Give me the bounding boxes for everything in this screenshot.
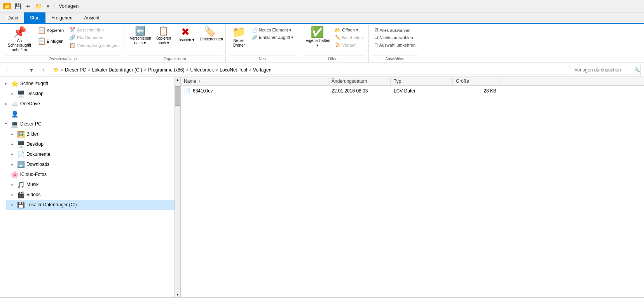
- file-size: 28 KB: [453, 87, 499, 95]
- path-loconet[interactable]: LocoNet-Tool: [220, 67, 247, 73]
- expand-arrow-downloads: ►: [9, 161, 16, 167]
- paste-shortcut-icon: 📋: [69, 42, 75, 48]
- save-icon[interactable]: 💾: [13, 2, 23, 10]
- sidebar-item-desktop[interactable]: ► 🖥️ Desktop: [6, 89, 175, 99]
- ribbon: 📌 An Schnellzugriffanheften 📋 Kopieren 📋…: [0, 24, 644, 63]
- new-element-button[interactable]: 📄 Neues Element ▾: [250, 27, 296, 33]
- expand-arrow-musik: ►: [9, 181, 16, 188]
- dokumente-icon: 📄: [17, 151, 25, 158]
- file-name-cell: 📄 63410.lcv: [181, 87, 328, 95]
- open-button[interactable]: 📂 Öffnen ▾: [333, 27, 365, 33]
- address-bar: ← → ▼ ↑ 📁 > Dieser PC > Lokaler Datenträ…: [0, 63, 644, 77]
- ribbon-group-open: ✅ Eigenschaften ▾ 📂 Öffnen ▾ ✏️ Bearbeit…: [299, 25, 368, 63]
- sidebar-item-musik[interactable]: ► 🎵 Musik: [6, 179, 175, 190]
- properties-button[interactable]: ✅ Eigenschaften ▾: [302, 25, 332, 49]
- easy-access-button[interactable]: 🔗 Einfacher Zugriff ▾: [250, 34, 296, 41]
- path-uhlenbrock[interactable]: Uhlenbrock: [190, 67, 214, 73]
- sidebar-item-videos[interactable]: ► 🎬 Videos: [6, 190, 175, 200]
- path-programme[interactable]: Programme (x86): [148, 67, 184, 73]
- copy-path-button[interactable]: 🔗 Pfad kopieren: [67, 34, 121, 41]
- tab-start[interactable]: Start: [24, 12, 45, 24]
- drive-icon: 💾: [17, 201, 25, 209]
- col-type-label: Typ: [394, 78, 401, 84]
- back-button[interactable]: ←: [3, 65, 13, 75]
- copy-icon: 📋: [37, 26, 46, 35]
- quick-save[interactable]: 💾 ↩ 📁 ▾: [13, 2, 51, 10]
- search-box[interactable]: 🔍: [571, 65, 641, 75]
- sidebar-label-downloads: Downloads: [26, 162, 49, 167]
- copy-path-label: Pfad kopieren: [77, 35, 103, 40]
- up-button[interactable]: ↑: [38, 65, 48, 75]
- paste-shortcut-label: Verknüpfung einfügen: [77, 43, 119, 48]
- select-none-button[interactable]: ☐ Nichts auswählen: [372, 34, 415, 41]
- history-button[interactable]: 📜 Verlauf: [333, 42, 365, 48]
- sidebar-item-schnellzugriff[interactable]: ► ⭐ Schnellzugriff: [0, 78, 175, 89]
- table-row[interactable]: 📄 63410.lcv 22.01.2016 08:03 LCV-Datei 2…: [181, 86, 644, 96]
- sidebar-label-musik: Musik: [26, 182, 38, 187]
- path-vorlagen[interactable]: Vorlagen: [253, 67, 271, 73]
- col-header-date[interactable]: Änderungsdatum: [328, 77, 391, 85]
- delete-icon: ✖: [181, 27, 190, 37]
- select-all-icon: ☑: [374, 28, 378, 33]
- col-date-label: Änderungsdatum: [332, 78, 367, 84]
- sidebar-item-dieser-pc[interactable]: ► 💻 Dieser PC: [0, 119, 175, 129]
- copy-to-button[interactable]: 📋 Kopierennach ▾: [153, 25, 173, 47]
- sidebar-label-icloud: iCloud-Fotos: [20, 172, 47, 177]
- sidebar-item-onedrive[interactable]: ► ☁️ OneDrive: [0, 99, 175, 109]
- desktop2-icon: 🖥️: [17, 141, 25, 148]
- col-header-name[interactable]: Name ▲: [181, 77, 328, 85]
- forward-button[interactable]: →: [15, 65, 25, 75]
- cut-icon: ✂️: [69, 27, 75, 33]
- user-icon: 👤: [11, 110, 19, 118]
- scroll-up-button[interactable]: ▲: [175, 77, 180, 82]
- search-input[interactable]: [574, 67, 633, 73]
- delete-button[interactable]: ✖ Löschen ▾: [174, 25, 197, 44]
- file-list-header: Name ▲ Änderungsdatum Typ Größe: [181, 77, 644, 86]
- title-separator: |: [53, 3, 55, 10]
- address-path[interactable]: 📁 > Dieser PC > Lokaler Datenträger (C:)…: [50, 65, 569, 75]
- sidebar-item-bilder[interactable]: ► 🖼️ Bilder: [6, 129, 175, 139]
- file-name: 63410.lcv: [193, 88, 213, 94]
- paste-shortcut-button[interactable]: 📋 Verknüpfung einfügen: [67, 42, 121, 49]
- sidebar-item-dokumente[interactable]: ► 📄 Dokumente: [6, 149, 175, 159]
- pin-button[interactable]: 📌 An Schnellzugriffanheften: [5, 25, 34, 54]
- music-icon: 🎵: [17, 181, 25, 188]
- cut-label: Ausschneiden: [77, 28, 104, 32]
- tab-ansicht[interactable]: Ansicht: [78, 12, 105, 24]
- path-dieser-pc[interactable]: Dieser PC: [65, 67, 86, 73]
- select-all-button[interactable]: ☑ Alles auswählen: [372, 27, 413, 33]
- col-header-type[interactable]: Typ: [391, 77, 453, 85]
- sidebar-item-lokaler-datentraeger[interactable]: ► 💾 Lokaler Datenträger (C:): [6, 200, 175, 210]
- open-icon: 📂: [335, 28, 340, 33]
- folder-icon-qs[interactable]: 📁: [34, 2, 44, 10]
- sidebar-item-desktop2[interactable]: ► 🖥️ Desktop: [6, 139, 175, 149]
- computer-icon: 💻: [11, 120, 19, 128]
- sidebar-scrollbar[interactable]: ▲ ▼: [175, 77, 180, 297]
- sidebar: ► ⭐ Schnellzugriff ► 🖥️ Desktop ► ☁️ One…: [0, 77, 175, 297]
- ribbon-group-select: ☑ Alles auswählen ☐ Nichts auswählen ⊟ A…: [369, 25, 421, 63]
- select-none-icon: ☐: [374, 35, 378, 40]
- move-to-button[interactable]: ⬅️ Verschiebennach ▾: [127, 25, 152, 47]
- col-header-size[interactable]: Größe: [453, 77, 499, 85]
- sidebar-item-downloads[interactable]: ► ⬇️ Downloads: [6, 159, 175, 169]
- copy-to-icon: 📋: [158, 27, 169, 35]
- ribbon-group-clipboard: 📌 An Schnellzugriffanheften 📋 Kopieren 📋…: [2, 25, 124, 63]
- sidebar-scrollbar-thumb[interactable]: [175, 86, 180, 106]
- tab-freigeben[interactable]: Freigeben: [45, 12, 78, 24]
- copy-button[interactable]: 📋 Kopieren: [35, 25, 66, 35]
- undo-icon[interactable]: ↩: [24, 2, 32, 10]
- new-group-label: Neu: [229, 56, 296, 63]
- paste-button[interactable]: 📋 Einfügen: [35, 36, 66, 46]
- sidebar-item-user[interactable]: ► 👤: [0, 109, 175, 119]
- edit-button[interactable]: ✏️ Bearbeiten: [333, 34, 365, 41]
- path-lokaler[interactable]: Lokaler Datenträger (C:): [92, 67, 142, 73]
- invert-selection-button[interactable]: ⊟ Auswahl umkehren: [372, 42, 418, 48]
- tab-datei[interactable]: Datei: [2, 12, 24, 24]
- scroll-down-button[interactable]: ▼: [175, 292, 180, 297]
- rename-button[interactable]: 🏷️ Umbenennen: [197, 25, 222, 43]
- cut-button[interactable]: ✂️ Ausschneiden: [67, 26, 121, 33]
- title-bar: 📁 💾 ↩ 📁 ▾ | Vorlagen: [0, 0, 644, 12]
- recent-locations-button[interactable]: ▼: [26, 65, 37, 75]
- new-folder-button[interactable]: 📁 NeuerOrdner: [229, 25, 249, 49]
- sidebar-item-icloud[interactable]: ► 🌸 iCloud-Fotos: [0, 169, 175, 179]
